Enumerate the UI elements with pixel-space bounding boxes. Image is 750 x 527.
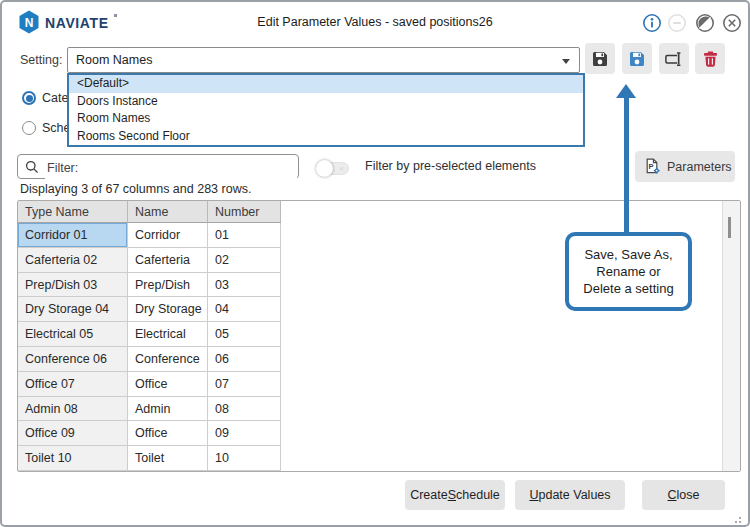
window-title: Edit Parameter Values - saved positions2… [2,15,748,29]
table-row: Office 09 Office 09 [18,421,281,446]
radio-unselected-icon [22,121,36,135]
grid-cell[interactable]: Office [128,372,208,397]
close-button[interactable]: Close [642,480,725,510]
grid-cell[interactable]: 08 [208,397,281,422]
grid-cell[interactable]: Toilet 10 [18,446,128,471]
grid-cell[interactable]: Electrical 05 [18,322,128,347]
rename-button[interactable] [659,43,689,74]
grid-cell[interactable]: 01 [208,223,281,248]
parameters-button-label: Parameters [667,160,732,174]
table-row: Toilet 10 Toilet 10 [18,446,281,471]
grid-cell[interactable]: 07 [208,372,281,397]
grid-cell[interactable]: Office [128,421,208,446]
grid-cell[interactable]: Admin [128,397,208,422]
table-row: Admin 08 Admin 08 [18,397,281,422]
annotation-line: Delete a setting [583,280,673,297]
column-header-type-name[interactable]: Type Name [18,201,128,223]
toggle-label: Filter by pre-selected elements [365,159,536,173]
dropdown-option-room-names[interactable]: Room Names [69,110,583,128]
search-icon [25,160,39,174]
button-accesskey: U [529,488,538,502]
resize-grip[interactable] [739,517,741,519]
button-accesskey: S [448,488,456,502]
radio-selected-icon [22,91,36,105]
grid-cell[interactable]: Prep/Dish [128,273,208,298]
grid-cell[interactable]: 04 [208,297,281,322]
close-icon[interactable] [722,13,742,33]
save-button[interactable] [585,43,615,74]
annotation-line: Rename or [596,263,660,280]
grid-cell[interactable]: Office 07 [18,372,128,397]
grid-cell[interactable]: Corridor [128,223,208,248]
vertical-scrollbar[interactable] [722,201,740,471]
button-label-part: lose [677,488,700,502]
dropdown-option-rooms-second-floor[interactable]: Rooms Second Floor [69,128,583,146]
parameter-file-gear-icon: P [644,158,661,175]
preselected-filter-toggle[interactable]: × [317,162,349,175]
contrast-icon[interactable] [695,13,715,33]
table-row: Dry Storage 04 Dry Storage 04 [18,297,281,322]
grid-cell[interactable]: Conference [128,347,208,372]
table-row: Corridor 01 Corridor 01 [18,223,281,248]
column-header-name[interactable]: Name [128,201,208,223]
rename-icon [665,51,684,67]
grid-cell[interactable]: Conference 06 [18,347,128,372]
annotation-arrow-head-icon [616,84,636,98]
filter-input[interactable] [45,156,297,179]
setting-combobox[interactable]: Room Names [67,47,580,73]
annotation-arrow-line [624,96,629,233]
dialog-window: N NAVIATE Edit Parameter Values - saved … [0,0,750,527]
grid-cell[interactable]: Office 09 [18,421,128,446]
button-label-part: Create [410,488,448,502]
setting-label: Setting: [20,53,62,67]
grid-cell[interactable]: Prep/Dish 03 [18,273,128,298]
grid-cell[interactable]: Dry Storage 04 [18,297,128,322]
grid-cell[interactable]: 05 [208,322,281,347]
grid-cell[interactable]: Electrical [128,322,208,347]
scrollbar-thumb[interactable] [728,217,731,238]
create-schedule-button[interactable]: Create Schedule [405,480,505,510]
annotation-callout: Save, Save As, Rename or Delete a settin… [565,232,692,311]
table-row: Conference 06 Conference 06 [18,347,281,372]
chevron-down-icon [562,59,570,64]
grid-cell[interactable]: 10 [208,446,281,471]
grid-cell[interactable]: Admin 08 [18,397,128,422]
button-label-part: chedule [456,488,500,502]
dropdown-option-default[interactable]: <Default> [69,75,583,93]
toggle-off-x-icon: × [339,164,344,173]
status-text: Displaying 3 of 67 columns and 283 rows. [20,182,251,196]
parameters-button[interactable]: P Parameters [635,151,735,182]
grid-cell[interactable]: 06 [208,347,281,372]
setting-dropdown-list: <Default> Doors Instance Room Names Room… [67,73,585,147]
grid-cell[interactable]: 02 [208,248,281,273]
table-row: Prep/Dish 03 Prep/Dish 03 [18,273,281,298]
grid-cell[interactable]: 03 [208,273,281,298]
column-header-number[interactable]: Number [208,201,281,223]
grid-cell[interactable]: 09 [208,421,281,446]
toggle-knob [316,160,333,177]
save-icon [592,51,608,67]
update-values-button[interactable]: Update Values [515,480,625,510]
button-accesskey: C [668,488,677,502]
table-row: Caferteria 02 Caferteria 02 [18,248,281,273]
setting-combobox-value: Room Names [76,53,152,67]
grid-cell[interactable]: Caferteria [128,248,208,273]
table-row: Office 07 Office 07 [18,372,281,397]
delete-trash-icon [703,51,718,67]
dropdown-option-doors-instance[interactable]: Doors Instance [69,93,583,111]
info-icon[interactable] [642,13,662,33]
delete-button[interactable] [695,43,725,74]
save-as-icon [629,51,645,67]
save-as-button[interactable] [622,43,652,74]
table-row: Electrical 05 Electrical 05 [18,322,281,347]
svg-text:P: P [649,162,654,171]
filter-field [17,154,299,179]
grid-cell-selected[interactable]: Corridor 01 [18,223,128,248]
annotation-line: Save, Save As, [584,246,672,263]
minimize-icon[interactable] [667,13,687,33]
button-label-part: pdate Values [538,488,610,502]
grid-cell[interactable]: Dry Storage [128,297,208,322]
grid-cell[interactable]: Toilet [128,446,208,471]
grid-cell[interactable]: Caferteria 02 [18,248,128,273]
